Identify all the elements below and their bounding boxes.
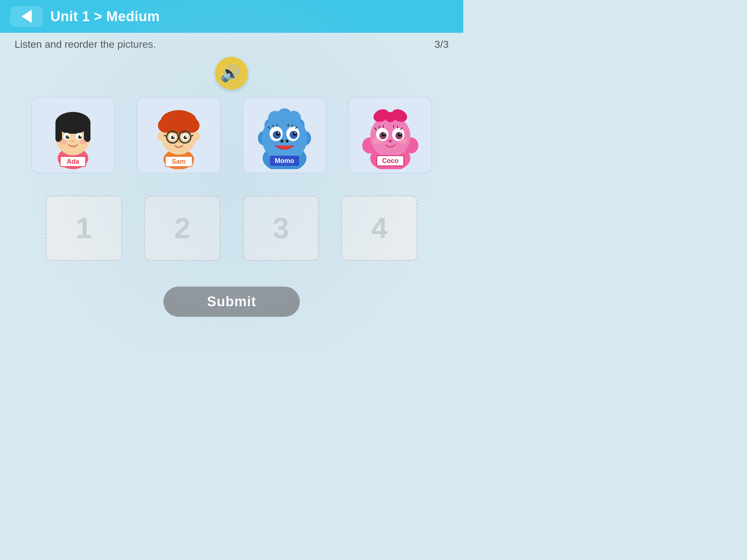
svg-point-11 — [80, 135, 81, 137]
drop-zone-4[interactable]: 4 — [341, 195, 418, 261]
audio-container: 🔊 — [0, 57, 463, 90]
svg-point-41 — [177, 141, 180, 143]
svg-rect-4 — [55, 122, 62, 142]
svg-point-16 — [71, 140, 74, 142]
character-card-sam[interactable]: Sam — [137, 97, 221, 174]
svg-text:Momo: Momo — [275, 157, 294, 164]
instruction-text: Listen and reorder the pictures. — [15, 39, 156, 50]
submit-container: Submit — [0, 287, 463, 317]
svg-point-27 — [163, 111, 194, 129]
svg-point-60 — [294, 132, 296, 134]
drop-zone-3[interactable]: 3 — [243, 195, 319, 261]
drop-zone-2[interactable]: 2 — [144, 195, 221, 261]
svg-rect-5 — [84, 122, 90, 142]
svg-text:Sam: Sam — [172, 158, 186, 165]
drop-number-2: 2 — [174, 214, 191, 243]
svg-point-38 — [183, 136, 187, 139]
svg-point-28 — [158, 132, 165, 141]
svg-point-93 — [373, 138, 382, 144]
svg-point-92 — [388, 140, 392, 143]
svg-point-29 — [193, 132, 200, 141]
drop-number-4: 4 — [371, 214, 388, 243]
svg-text:Ada: Ada — [67, 158, 80, 165]
drop-number-3: 3 — [273, 214, 289, 243]
submit-button[interactable]: Submit — [163, 287, 300, 317]
svg-point-37 — [171, 136, 175, 139]
drop-zone-1[interactable]: 1 — [46, 195, 122, 261]
characters-row: Ada — [0, 93, 463, 177]
audio-button[interactable]: 🔊 — [215, 57, 248, 90]
character-card-ada[interactable]: Ada — [31, 97, 115, 174]
sam-art: Sam — [138, 98, 220, 173]
svg-point-85 — [399, 133, 401, 135]
ada-art: Ada — [32, 98, 114, 173]
svg-point-68 — [286, 140, 289, 143]
svg-point-94 — [399, 138, 407, 144]
instruction-bar: Listen and reorder the pictures. 3/3 — [0, 33, 463, 53]
svg-point-77 — [385, 112, 395, 122]
svg-point-59 — [278, 132, 279, 134]
svg-point-84 — [383, 133, 385, 135]
header-title: Unit 1 > Medium — [50, 9, 160, 24]
svg-point-52 — [286, 111, 301, 125]
speaker-icon: 🔊 — [220, 65, 240, 81]
character-card-coco[interactable]: Coco — [348, 97, 432, 174]
svg-point-17 — [59, 139, 67, 144]
drop-number-1: 1 — [76, 214, 92, 243]
svg-point-40 — [185, 136, 187, 137]
momo-art: Momo — [243, 98, 326, 173]
svg-line-13 — [66, 131, 67, 132]
back-button[interactable] — [10, 6, 43, 27]
svg-text:Coco: Coco — [382, 157, 399, 164]
svg-point-67 — [280, 140, 283, 143]
header: Unit 1 > Medium — [0, 0, 463, 33]
svg-point-10 — [67, 135, 69, 137]
coco-art: Coco — [349, 98, 431, 173]
progress-indicator: 3/3 — [434, 39, 449, 50]
svg-line-14 — [77, 131, 77, 132]
back-arrow-icon — [22, 10, 32, 23]
character-card-momo[interactable]: Momo — [243, 97, 326, 174]
svg-point-39 — [173, 136, 174, 137]
svg-point-18 — [79, 139, 86, 144]
dropzones-row: 1 2 3 4 — [0, 188, 463, 268]
